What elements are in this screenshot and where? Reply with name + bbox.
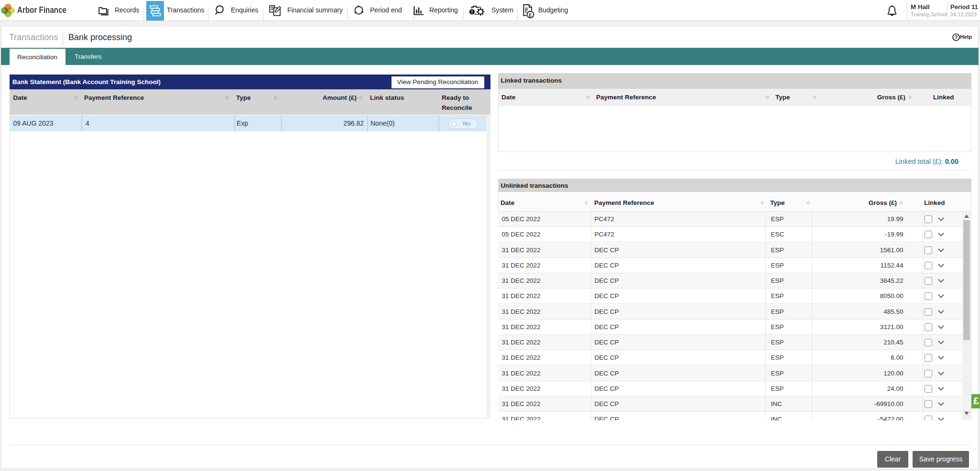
- svg-text:?: ?: [955, 34, 958, 40]
- svg-text:!: !: [471, 10, 473, 15]
- svg-text:£: £: [529, 12, 532, 18]
